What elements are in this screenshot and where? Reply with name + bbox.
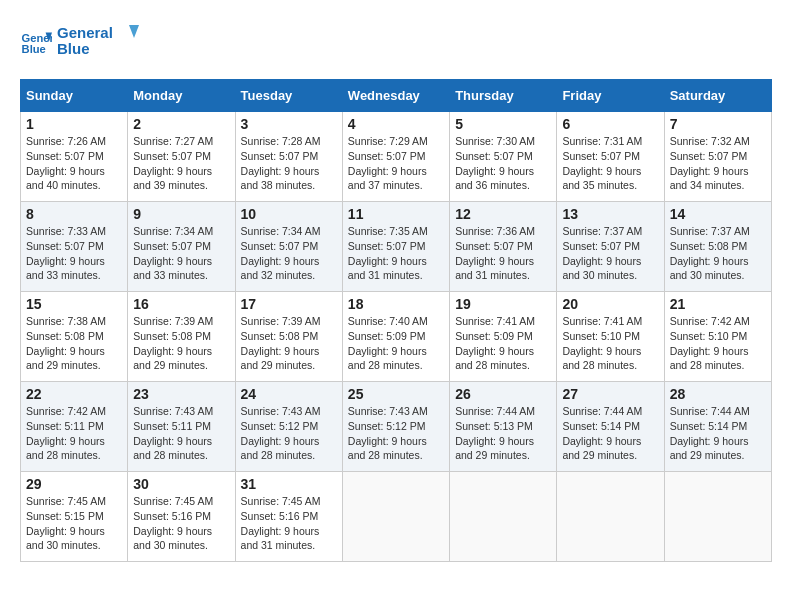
day-info: Sunrise: 7:43 AMSunset: 5:12 PMDaylight:…: [348, 404, 444, 463]
calendar-cell: 1Sunrise: 7:26 AMSunset: 5:07 PMDaylight…: [21, 112, 128, 202]
calendar-week-3: 15Sunrise: 7:38 AMSunset: 5:08 PMDayligh…: [21, 292, 772, 382]
calendar-cell: 2Sunrise: 7:27 AMSunset: 5:07 PMDaylight…: [128, 112, 235, 202]
day-info: Sunrise: 7:45 AMSunset: 5:16 PMDaylight:…: [133, 494, 229, 553]
day-number: 21: [670, 296, 766, 312]
svg-text:Blue: Blue: [22, 43, 46, 55]
calendar-cell: 22Sunrise: 7:42 AMSunset: 5:11 PMDayligh…: [21, 382, 128, 472]
calendar-cell: 30Sunrise: 7:45 AMSunset: 5:16 PMDayligh…: [128, 472, 235, 562]
logo-icon: General Blue: [20, 26, 52, 58]
calendar-cell: 26Sunrise: 7:44 AMSunset: 5:13 PMDayligh…: [450, 382, 557, 472]
day-number: 28: [670, 386, 766, 402]
day-info: Sunrise: 7:39 AMSunset: 5:08 PMDaylight:…: [133, 314, 229, 373]
day-number: 26: [455, 386, 551, 402]
day-number: 7: [670, 116, 766, 132]
day-number: 23: [133, 386, 229, 402]
day-info: Sunrise: 7:34 AMSunset: 5:07 PMDaylight:…: [241, 224, 337, 283]
day-number: 15: [26, 296, 122, 312]
day-info: Sunrise: 7:44 AMSunset: 5:14 PMDaylight:…: [670, 404, 766, 463]
day-number: 27: [562, 386, 658, 402]
calendar-cell: 7Sunrise: 7:32 AMSunset: 5:07 PMDaylight…: [664, 112, 771, 202]
calendar-cell: 9Sunrise: 7:34 AMSunset: 5:07 PMDaylight…: [128, 202, 235, 292]
calendar-week-5: 29Sunrise: 7:45 AMSunset: 5:15 PMDayligh…: [21, 472, 772, 562]
day-info: Sunrise: 7:27 AMSunset: 5:07 PMDaylight:…: [133, 134, 229, 193]
day-info: Sunrise: 7:42 AMSunset: 5:10 PMDaylight:…: [670, 314, 766, 373]
logo: General Blue General Blue: [20, 20, 147, 64]
day-info: Sunrise: 7:30 AMSunset: 5:07 PMDaylight:…: [455, 134, 551, 193]
day-info: Sunrise: 7:36 AMSunset: 5:07 PMDaylight:…: [455, 224, 551, 283]
day-number: 19: [455, 296, 551, 312]
day-info: Sunrise: 7:28 AMSunset: 5:07 PMDaylight:…: [241, 134, 337, 193]
day-number: 30: [133, 476, 229, 492]
day-number: 10: [241, 206, 337, 222]
day-number: 8: [26, 206, 122, 222]
calendar-cell: 10Sunrise: 7:34 AMSunset: 5:07 PMDayligh…: [235, 202, 342, 292]
day-number: 22: [26, 386, 122, 402]
day-number: 1: [26, 116, 122, 132]
calendar-cell: 3Sunrise: 7:28 AMSunset: 5:07 PMDaylight…: [235, 112, 342, 202]
calendar-cell: 5Sunrise: 7:30 AMSunset: 5:07 PMDaylight…: [450, 112, 557, 202]
day-info: Sunrise: 7:44 AMSunset: 5:14 PMDaylight:…: [562, 404, 658, 463]
day-info: Sunrise: 7:43 AMSunset: 5:12 PMDaylight:…: [241, 404, 337, 463]
calendar-cell: 27Sunrise: 7:44 AMSunset: 5:14 PMDayligh…: [557, 382, 664, 472]
day-info: Sunrise: 7:29 AMSunset: 5:07 PMDaylight:…: [348, 134, 444, 193]
calendar-cell: 17Sunrise: 7:39 AMSunset: 5:08 PMDayligh…: [235, 292, 342, 382]
logo-line1: General Blue: [57, 20, 147, 64]
calendar-cell: 14Sunrise: 7:37 AMSunset: 5:08 PMDayligh…: [664, 202, 771, 292]
calendar-week-4: 22Sunrise: 7:42 AMSunset: 5:11 PMDayligh…: [21, 382, 772, 472]
day-info: Sunrise: 7:41 AMSunset: 5:10 PMDaylight:…: [562, 314, 658, 373]
day-number: 11: [348, 206, 444, 222]
day-info: Sunrise: 7:33 AMSunset: 5:07 PMDaylight:…: [26, 224, 122, 283]
calendar-week-2: 8Sunrise: 7:33 AMSunset: 5:07 PMDaylight…: [21, 202, 772, 292]
calendar-table: SundayMondayTuesdayWednesdayThursdayFrid…: [20, 79, 772, 562]
svg-text:Blue: Blue: [57, 40, 90, 57]
page-header: General Blue General Blue: [20, 20, 772, 64]
day-number: 18: [348, 296, 444, 312]
calendar-cell: 18Sunrise: 7:40 AMSunset: 5:09 PMDayligh…: [342, 292, 449, 382]
calendar-cell: 21Sunrise: 7:42 AMSunset: 5:10 PMDayligh…: [664, 292, 771, 382]
calendar-cell: 13Sunrise: 7:37 AMSunset: 5:07 PMDayligh…: [557, 202, 664, 292]
calendar-cell: 23Sunrise: 7:43 AMSunset: 5:11 PMDayligh…: [128, 382, 235, 472]
day-number: 5: [455, 116, 551, 132]
calendar-cell: [342, 472, 449, 562]
svg-marker-5: [129, 25, 139, 38]
day-info: Sunrise: 7:40 AMSunset: 5:09 PMDaylight:…: [348, 314, 444, 373]
calendar-cell: 6Sunrise: 7:31 AMSunset: 5:07 PMDaylight…: [557, 112, 664, 202]
day-info: Sunrise: 7:45 AMSunset: 5:16 PMDaylight:…: [241, 494, 337, 553]
calendar-cell: 28Sunrise: 7:44 AMSunset: 5:14 PMDayligh…: [664, 382, 771, 472]
calendar-cell: 29Sunrise: 7:45 AMSunset: 5:15 PMDayligh…: [21, 472, 128, 562]
calendar-cell: 25Sunrise: 7:43 AMSunset: 5:12 PMDayligh…: [342, 382, 449, 472]
svg-text:General: General: [57, 24, 113, 41]
calendar-week-1: 1Sunrise: 7:26 AMSunset: 5:07 PMDaylight…: [21, 112, 772, 202]
day-info: Sunrise: 7:32 AMSunset: 5:07 PMDaylight:…: [670, 134, 766, 193]
day-info: Sunrise: 7:43 AMSunset: 5:11 PMDaylight:…: [133, 404, 229, 463]
weekday-header-tuesday: Tuesday: [235, 80, 342, 112]
calendar-cell: [664, 472, 771, 562]
calendar-cell: 8Sunrise: 7:33 AMSunset: 5:07 PMDaylight…: [21, 202, 128, 292]
day-info: Sunrise: 7:44 AMSunset: 5:13 PMDaylight:…: [455, 404, 551, 463]
calendar-cell: 31Sunrise: 7:45 AMSunset: 5:16 PMDayligh…: [235, 472, 342, 562]
day-info: Sunrise: 7:34 AMSunset: 5:07 PMDaylight:…: [133, 224, 229, 283]
calendar-cell: 20Sunrise: 7:41 AMSunset: 5:10 PMDayligh…: [557, 292, 664, 382]
day-info: Sunrise: 7:41 AMSunset: 5:09 PMDaylight:…: [455, 314, 551, 373]
calendar-cell: 24Sunrise: 7:43 AMSunset: 5:12 PMDayligh…: [235, 382, 342, 472]
day-number: 14: [670, 206, 766, 222]
day-info: Sunrise: 7:37 AMSunset: 5:08 PMDaylight:…: [670, 224, 766, 283]
day-number: 16: [133, 296, 229, 312]
day-number: 12: [455, 206, 551, 222]
day-number: 31: [241, 476, 337, 492]
calendar-cell: 4Sunrise: 7:29 AMSunset: 5:07 PMDaylight…: [342, 112, 449, 202]
calendar-cell: [450, 472, 557, 562]
weekday-header-wednesday: Wednesday: [342, 80, 449, 112]
day-number: 17: [241, 296, 337, 312]
weekday-header-friday: Friday: [557, 80, 664, 112]
calendar-cell: 15Sunrise: 7:38 AMSunset: 5:08 PMDayligh…: [21, 292, 128, 382]
calendar-cell: [557, 472, 664, 562]
day-number: 13: [562, 206, 658, 222]
weekday-header-saturday: Saturday: [664, 80, 771, 112]
day-info: Sunrise: 7:42 AMSunset: 5:11 PMDaylight:…: [26, 404, 122, 463]
day-number: 9: [133, 206, 229, 222]
calendar-cell: 11Sunrise: 7:35 AMSunset: 5:07 PMDayligh…: [342, 202, 449, 292]
day-number: 2: [133, 116, 229, 132]
day-info: Sunrise: 7:35 AMSunset: 5:07 PMDaylight:…: [348, 224, 444, 283]
day-number: 24: [241, 386, 337, 402]
